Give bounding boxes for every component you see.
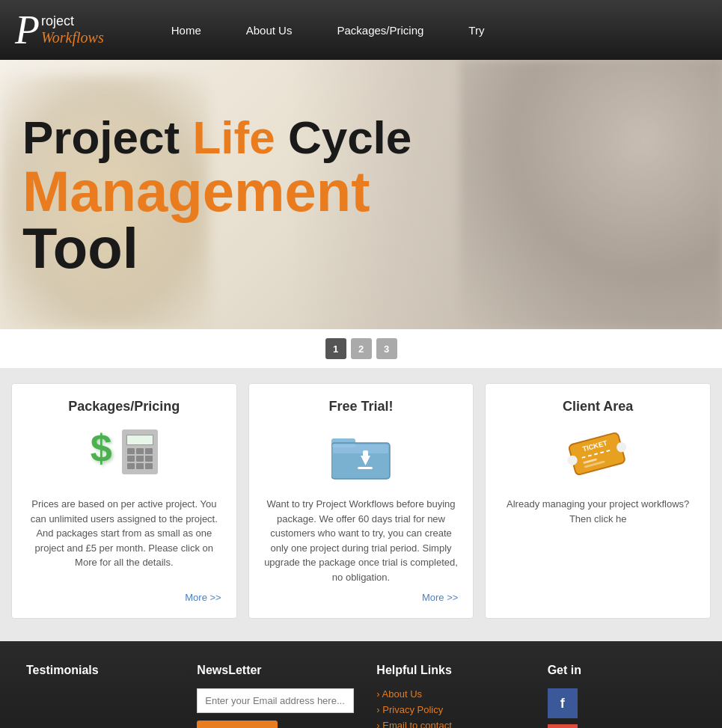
hero-line2: Management: [22, 163, 412, 220]
card-pricing-more[interactable]: More >>: [185, 592, 221, 603]
footer-link-about[interactable]: About Us: [376, 688, 524, 700]
logo-project-text: roject: [41, 14, 104, 29]
logo[interactable]: P roject Workflows: [15, 10, 104, 50]
calculator-icon: [122, 429, 158, 474]
dollar-icon: $: [91, 426, 112, 471]
footer-getin-title: Get in: [548, 664, 696, 677]
hero-line1-plain: Project: [22, 111, 192, 163]
card-clientarea: Client Area TICKET: [485, 383, 711, 619]
logo-workflows-text: Workflows: [41, 29, 104, 46]
nav-links: Home About Us Packages/Pricing Try: [149, 0, 707, 60]
hero-line1: Project Life Cycle: [22, 112, 412, 163]
card-clientarea-title: Client Area: [563, 399, 633, 415]
carousel-dot-1[interactable]: 1: [325, 338, 346, 359]
card-freetrial-title: Free Trial!: [328, 399, 393, 415]
google-plus-icon[interactable]: g+: [548, 724, 578, 728]
footer-link-email[interactable]: Email to contact: [376, 720, 524, 728]
carousel-dots: 1 2 3: [0, 329, 722, 368]
subscribe-button[interactable]: Subscribe: [197, 721, 278, 728]
hero-line3: Tool: [22, 220, 412, 277]
svg-rect-3: [333, 444, 388, 453]
hero-cycle: Cycle: [275, 111, 412, 163]
card-freetrial-more[interactable]: More >>: [422, 592, 458, 603]
hero-life: Life: [192, 111, 275, 163]
hero-text: Project Life Cycle Management Tool: [0, 112, 412, 277]
card-clientarea-icon: TICKET: [564, 426, 631, 486]
card-pricing-icon: $: [91, 426, 158, 486]
folder-download-icon: [331, 429, 391, 482]
hero-person-right: [460, 60, 722, 329]
footer-newsletter: NewsLetter Subscribe: [186, 664, 365, 728]
card-pricing-text: Prices are based on per active project. …: [27, 497, 221, 584]
card-pricing: Packages/Pricing $ Prices are based on p…: [11, 383, 237, 619]
card-freetrial-text: Want to try Project Workflows before buy…: [264, 497, 459, 584]
svg-rect-6: [358, 467, 373, 469]
nav-try[interactable]: Try: [446, 0, 507, 60]
navbar: P roject Workflows Home About Us Package…: [0, 0, 722, 60]
footer-social: Get in f g+: [536, 664, 707, 728]
nav-about[interactable]: About Us: [224, 0, 315, 60]
newsletter-email-input[interactable]: [197, 688, 354, 713]
footer-link-privacy[interactable]: Privacy Policy: [376, 704, 524, 715]
svg-rect-5: [363, 450, 368, 459]
logo-p-letter: P: [15, 10, 40, 50]
carousel-dot-3[interactable]: 3: [376, 338, 397, 359]
footer-testimonials-title: Testimonials: [26, 664, 174, 677]
card-pricing-title: Packages/Pricing: [68, 399, 180, 415]
footer: Testimonials NewsLetter Subscribe Helpfu…: [0, 641, 722, 728]
ticket-icon: TICKET: [566, 429, 630, 482]
nav-packages[interactable]: Packages/Pricing: [314, 0, 446, 60]
hero-banner: Project Life Cycle Management Tool: [0, 60, 722, 329]
card-clientarea-text: Already managing your project workflows?…: [501, 497, 695, 603]
footer-testimonials: Testimonials: [15, 664, 186, 728]
carousel-dot-2[interactable]: 2: [351, 338, 372, 359]
footer-helpful-links: Helpful Links About Us Privacy Policy Em…: [365, 664, 536, 728]
cards-section: Packages/Pricing $ Prices are based on p…: [0, 368, 722, 641]
card-freetrial-icon: [328, 426, 395, 486]
logo-text: roject Workflows: [41, 14, 104, 46]
card-freetrial: Free Trial! Want to try Project Workflow…: [248, 383, 474, 619]
nav-home[interactable]: Home: [149, 0, 224, 60]
footer-helpful-links-title: Helpful Links: [376, 664, 524, 677]
facebook-icon[interactable]: f: [548, 688, 578, 718]
footer-newsletter-title: NewsLetter: [197, 664, 354, 677]
